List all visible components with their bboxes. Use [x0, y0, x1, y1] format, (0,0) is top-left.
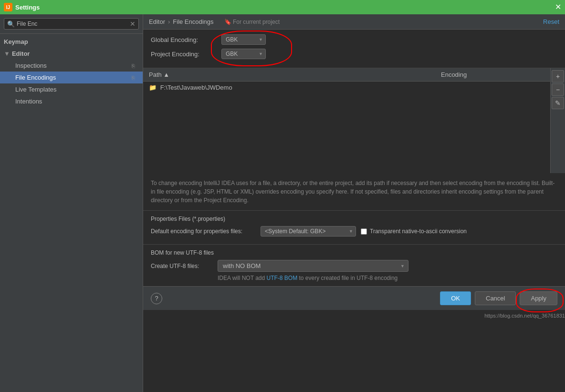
- apply-button[interactable]: Apply: [520, 291, 557, 305]
- url-annotation: https://blog.csdn.net/qq_36761831: [484, 313, 565, 319]
- help-button[interactable]: ?: [151, 293, 162, 304]
- encoding-settings: Global Encoding: GBK UTF-8 ISO-8859-1 Pr…: [143, 30, 565, 68]
- sidebar: 🔍 ✕ Keymap ▼Editor Inspections ⎘ File En…: [0, 14, 143, 392]
- global-encoding-select[interactable]: GBK UTF-8 ISO-8859-1: [221, 34, 266, 45]
- table-section: Path ▲ Encoding 📁 F:\Test\Javaweb\JWDemo: [143, 68, 565, 173]
- cancel-button[interactable]: Cancel: [475, 291, 516, 305]
- content-area: Editor › File Encodings 🔖 For current pr…: [143, 14, 565, 392]
- bom-link[interactable]: UTF-8 BOM: [266, 275, 297, 281]
- create-utf8-select[interactable]: with NO BOM with BOM: [218, 260, 408, 272]
- properties-heading: Properties Files (*.properties): [151, 216, 557, 222]
- default-encoding-label: Default encoding for properties files:: [151, 228, 256, 235]
- window-title: Settings: [15, 4, 40, 11]
- folder-icon: 📁: [149, 84, 157, 91]
- sidebar-item-intentions[interactable]: Intentions: [0, 95, 143, 107]
- clear-search-button[interactable]: ✕: [130, 20, 136, 28]
- search-icon: 🔍: [7, 21, 15, 28]
- properties-section: Properties Files (*.properties) Default …: [143, 211, 565, 245]
- app-icon: IJ: [4, 3, 12, 11]
- project-note: 🔖 For current project: [224, 19, 280, 25]
- encoding-column-header: Encoding: [435, 68, 550, 82]
- copy-icon: ⎘: [132, 75, 135, 81]
- bom-section: BOM for new UTF-8 files Create UTF-8 fil…: [143, 245, 565, 286]
- info-text: To change encoding IntelliJ IDEA uses fo…: [151, 179, 557, 205]
- project-encoding-select[interactable]: GBK UTF-8 ISO-8859-1: [221, 49, 266, 59]
- sidebar-item-label: Keymap: [4, 38, 28, 45]
- add-path-button[interactable]: +: [552, 70, 564, 83]
- close-button[interactable]: ✕: [555, 3, 561, 11]
- search-bar: 🔍 ✕: [0, 14, 143, 34]
- file-table: Path ▲ Encoding 📁 F:\Test\Javaweb\JWDemo: [143, 68, 550, 93]
- bottom-bar: ? OK Cancel Apply https://blog.csdn.net/…: [143, 286, 565, 310]
- breadcrumb: Editor › File Encodings 🔖 For current pr…: [143, 14, 565, 30]
- ok-button[interactable]: OK: [440, 291, 471, 305]
- create-utf8-label: Create UTF-8 files:: [151, 263, 213, 269]
- sidebar-item-live-templates[interactable]: Live Templates: [0, 83, 143, 95]
- sidebar-item-editor[interactable]: ▼Editor: [0, 48, 143, 60]
- sidebar-item-keymap[interactable]: Keymap: [0, 36, 143, 48]
- edit-path-button[interactable]: ✎: [552, 97, 564, 109]
- global-encoding-label: Global Encoding:: [151, 36, 218, 43]
- default-encoding-select[interactable]: <System Default: GBK> UTF-8 GBK: [261, 226, 356, 237]
- breadcrumb-editor: Editor: [149, 18, 165, 25]
- table-row[interactable]: 📁 F:\Test\Javaweb\JWDemo: [143, 82, 550, 94]
- breadcrumb-current: File Encodings: [173, 18, 213, 25]
- sidebar-item-label: File Encodings: [15, 74, 56, 81]
- table-side-buttons: + − ✎: [550, 68, 565, 173]
- sidebar-content: Keymap ▼Editor Inspections ⎘ File Encodi…: [0, 34, 143, 392]
- sidebar-item-label: Inspections: [15, 62, 47, 69]
- bom-note: IDEA will NOT add UTF-8 BOM to every cre…: [151, 275, 557, 281]
- sidebar-item-inspections[interactable]: Inspections ⎘: [0, 60, 143, 72]
- transparent-checkbox[interactable]: [361, 228, 367, 235]
- search-input[interactable]: [17, 21, 130, 27]
- sidebar-item-label: Intentions: [15, 98, 42, 105]
- sidebar-item-file-encodings[interactable]: File Encodings ⎘: [0, 72, 143, 83]
- breadcrumb-separator: ›: [168, 18, 170, 25]
- bom-heading: BOM for new UTF-8 files: [151, 249, 557, 256]
- reset-button[interactable]: Reset: [543, 18, 559, 25]
- info-section: To change encoding IntelliJ IDEA uses fo…: [143, 173, 565, 211]
- encoding-cell: [435, 82, 550, 94]
- title-bar: IJ Settings ✕: [0, 0, 565, 14]
- sidebar-item-label: Live Templates: [15, 86, 56, 93]
- bookmark-icon: 🔖: [224, 19, 231, 25]
- project-encoding-label: Project Encoding:: [151, 51, 218, 58]
- path-column-header: Path ▲: [143, 68, 435, 82]
- copy-icon: ⎘: [132, 63, 135, 69]
- remove-path-button[interactable]: −: [552, 83, 564, 96]
- path-cell: 📁 F:\Test\Javaweb\JWDemo: [143, 82, 435, 94]
- transparent-label: Transparent native-to-ascii conversion: [370, 228, 467, 235]
- sidebar-item-label: Editor: [12, 50, 30, 57]
